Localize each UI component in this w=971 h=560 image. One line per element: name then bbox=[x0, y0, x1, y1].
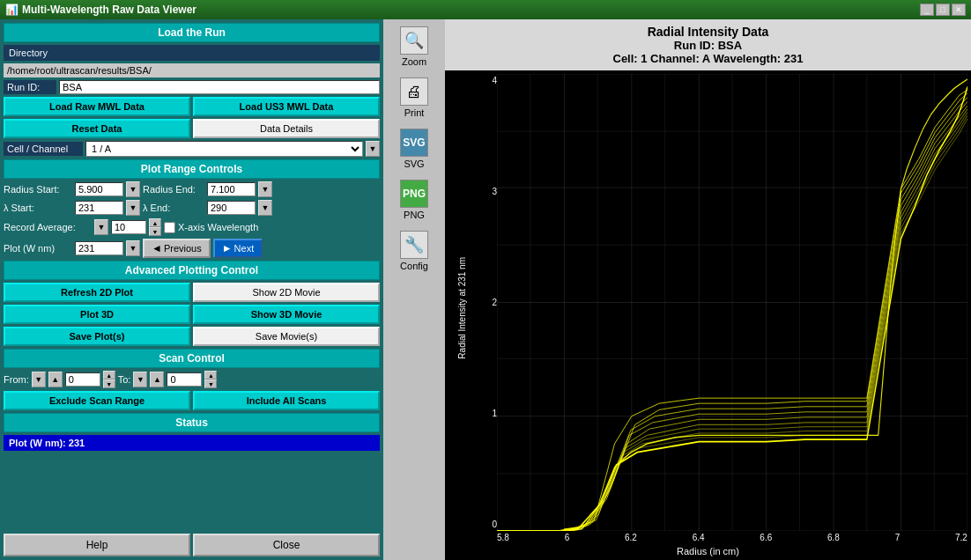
data-details-button[interactable]: Data Details bbox=[193, 119, 380, 138]
x-axis-wavelength-label: X-axis Wavelength bbox=[178, 222, 258, 232]
directory-path: /home/root/ultrascan/results/BSA/ bbox=[4, 63, 380, 77]
png-label: PNG bbox=[404, 210, 425, 220]
x-axis-label-area: Radius (in cm) bbox=[448, 542, 967, 560]
to-input[interactable] bbox=[167, 372, 202, 387]
png-icon: PNG bbox=[400, 180, 428, 208]
from-up-arrow[interactable]: ▲ bbox=[48, 372, 63, 387]
x-tick-70: 7 bbox=[895, 533, 901, 542]
side-icons: 🔍 Zoom 🖨 Print SVG SVG PNG PNG 🔧 Config bbox=[383, 19, 445, 560]
right-panel: 🔍 Zoom 🖨 Print SVG SVG PNG PNG 🔧 Config bbox=[383, 19, 971, 560]
to-spin-down[interactable]: ▼ bbox=[204, 379, 217, 388]
chart-title: Radial Intensity Data bbox=[450, 25, 966, 39]
include-all-scans-button[interactable]: Include All Scans bbox=[193, 391, 380, 410]
record-avg-input[interactable] bbox=[111, 220, 146, 234]
radius-end-label: Radius End: bbox=[143, 184, 204, 195]
config-icon: 🔧 bbox=[400, 231, 428, 259]
radius-start-input[interactable] bbox=[75, 182, 123, 196]
plot-3d-button[interactable]: Plot 3D bbox=[4, 305, 190, 324]
from-label: From: bbox=[4, 374, 29, 385]
run-id-input[interactable]: BSA bbox=[59, 80, 380, 94]
plot-range-header: Plot Range Controls bbox=[4, 159, 380, 179]
svg-label: SVG bbox=[404, 158, 424, 169]
app-title: Multi-Wavelength Raw Data Viewer bbox=[22, 4, 196, 16]
to-label: To: bbox=[118, 374, 131, 385]
record-avg-down[interactable]: ▼ bbox=[149, 227, 161, 236]
run-id-label: Run ID: bbox=[4, 80, 56, 94]
close-button[interactable]: Close bbox=[193, 534, 380, 556]
advanced-plotting-header: Advanced Plotting Control bbox=[4, 261, 380, 280]
save-plots-button[interactable]: Save Plot(s) bbox=[4, 327, 190, 346]
chart-svg bbox=[497, 74, 967, 531]
to-down-arrow[interactable]: ▼ bbox=[133, 372, 147, 387]
from-spin-down[interactable]: ▼ bbox=[103, 379, 115, 388]
record-avg-down-arrow[interactable]: ▼ bbox=[94, 219, 108, 235]
plot-wnm-arrow[interactable]: ▼ bbox=[126, 240, 140, 256]
chart-subtitle: Run ID: BSA bbox=[450, 39, 966, 52]
chart-subtitle2: Cell: 1 Channel: A Wavelength: 231 bbox=[450, 52, 966, 65]
radius-end-input[interactable] bbox=[207, 182, 256, 196]
to-spin-up[interactable]: ▲ bbox=[204, 371, 217, 379]
cell-channel-select[interactable]: 1 / A 1 / B 2 / A 2 / B bbox=[85, 141, 363, 157]
load-section-header: Load the Run bbox=[4, 23, 380, 42]
from-spin-up[interactable]: ▲ bbox=[103, 371, 115, 379]
next-button[interactable]: ► Next bbox=[213, 239, 263, 258]
load-us3-mwl-button[interactable]: Load US3 MWL Data bbox=[193, 97, 380, 116]
record-avg-label: Record Average: bbox=[4, 222, 92, 232]
config-label: Config bbox=[400, 261, 428, 271]
left-panel: Load the Run Directory /home/root/ultras… bbox=[0, 19, 383, 560]
status-text: Plot (W nm): 231 bbox=[4, 435, 380, 451]
title-bar: 📊 Multi-Wavelength Raw Data Viewer _ □ ✕ bbox=[0, 0, 971, 19]
app-icon: 📊 bbox=[5, 4, 19, 16]
zoom-icon: 🔍 bbox=[400, 26, 428, 55]
directory-label: Directory bbox=[4, 45, 380, 61]
lambda-start-arrow[interactable]: ▼ bbox=[126, 200, 140, 216]
maximize-btn[interactable]: □ bbox=[936, 4, 950, 16]
next-icon: ► bbox=[222, 242, 233, 254]
cell-channel-label: Cell / Channel bbox=[4, 142, 83, 156]
show-2d-movie-button[interactable]: Show 2D Movie bbox=[193, 283, 380, 302]
plot-wnm-label: Plot (W nm) bbox=[4, 243, 72, 254]
help-button[interactable]: Help bbox=[4, 534, 190, 556]
radius-start-label: Radius Start: bbox=[4, 184, 72, 195]
y-axis-label: Radial Intensity at 231 nm bbox=[457, 257, 467, 359]
chart-title-area: Radial Intensity Data Run ID: BSA Cell: … bbox=[445, 19, 971, 70]
previous-button[interactable]: ◄ Previous bbox=[143, 239, 211, 258]
scan-control-header: Scan Control bbox=[4, 349, 380, 368]
print-icon-btn[interactable]: 🖨 Print bbox=[388, 74, 441, 122]
save-movies-button[interactable]: Save Movie(s) bbox=[193, 327, 380, 346]
png-icon-btn[interactable]: PNG PNG bbox=[388, 176, 441, 224]
print-icon: 🖨 bbox=[400, 77, 428, 106]
load-raw-mwl-button[interactable]: Load Raw MWL Data bbox=[4, 97, 190, 116]
window-controls[interactable]: _ □ ✕ bbox=[920, 4, 966, 16]
radius-start-arrow[interactable]: ▼ bbox=[126, 181, 140, 197]
from-input[interactable] bbox=[65, 372, 100, 387]
svg-icon: SVG bbox=[400, 129, 428, 157]
x-axis-wavelength-checkbox[interactable] bbox=[164, 222, 175, 233]
show-3d-movie-button[interactable]: Show 3D Movie bbox=[193, 305, 380, 324]
x-tick-60: 6 bbox=[565, 533, 570, 542]
plot-wnm-input[interactable] bbox=[75, 241, 123, 255]
minimize-btn[interactable]: _ bbox=[920, 4, 934, 16]
record-avg-up[interactable]: ▲ bbox=[149, 218, 161, 227]
x-tick-64: 6.4 bbox=[693, 533, 705, 542]
refresh-2d-button[interactable]: Refresh 2D Plot bbox=[4, 283, 190, 302]
lambda-start-input[interactable] bbox=[75, 201, 123, 215]
x-tick-58: 5.8 bbox=[497, 533, 509, 542]
reset-data-button[interactable]: Reset Data bbox=[4, 119, 190, 138]
prev-icon: ◄ bbox=[152, 242, 162, 254]
lambda-start-label: λ Start: bbox=[4, 203, 72, 213]
to-up-arrow[interactable]: ▲ bbox=[150, 372, 164, 387]
lambda-end-arrow[interactable]: ▼ bbox=[258, 200, 272, 216]
close-btn[interactable]: ✕ bbox=[952, 4, 966, 16]
x-tick-68: 6.8 bbox=[827, 533, 840, 542]
exclude-scan-button[interactable]: Exclude Scan Range bbox=[4, 391, 190, 410]
lambda-end-input[interactable] bbox=[207, 201, 256, 215]
x-tick-72: 7.2 bbox=[955, 533, 967, 542]
zoom-icon-btn[interactable]: 🔍 Zoom bbox=[388, 23, 441, 70]
svg-icon-btn[interactable]: SVG SVG bbox=[388, 125, 441, 173]
config-icon-btn[interactable]: 🔧 Config bbox=[388, 227, 441, 275]
x-tick-66: 6.6 bbox=[760, 533, 772, 542]
from-down-arrow[interactable]: ▼ bbox=[32, 372, 46, 387]
radius-end-arrow[interactable]: ▼ bbox=[258, 181, 272, 197]
cell-channel-arrow[interactable]: ▼ bbox=[366, 141, 380, 157]
